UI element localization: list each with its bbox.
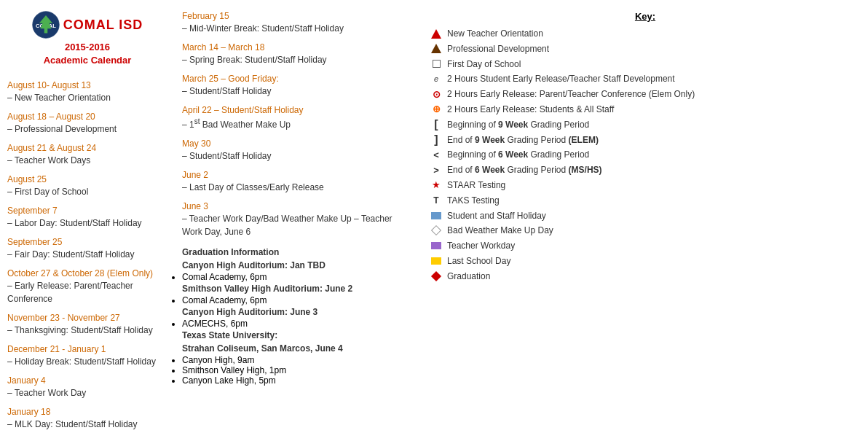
- key-item-6week-end: > End of 6 Week Grading Period (MS/HS): [430, 164, 861, 176]
- event-oct27: – Early Release: Parent/Teacher Conferen…: [7, 279, 167, 305]
- date-oct27: October 27 & October 28 (Elem Only): [7, 268, 167, 278]
- 9week-start-icon: [: [430, 119, 443, 130]
- logo-c: C: [63, 17, 74, 32]
- 6week-end-icon: >: [430, 164, 443, 176]
- key-item-6week-start: < Beginning of 6 Week Grading Period: [430, 149, 861, 161]
- venue-txstate-sub: Strahan Coliseum, San Marcos, June 4: [182, 342, 408, 355]
- event-jun3: – Teacher Work Day/Bad Weather Make Up –…: [182, 212, 408, 238]
- circle-orange-icon: ⊕: [433, 104, 441, 114]
- date-jun3: June 3: [182, 201, 408, 211]
- key-item-9week-start: [ Beginning of 9 Week Grading Period: [430, 119, 861, 131]
- star-icon: ★: [432, 179, 441, 190]
- key-label-first-day: First Day of School: [447, 58, 521, 71]
- left-column: COMAL COMAL ISD 2015-2016 Academic Calen…: [7, 11, 167, 433]
- mid-event-feb15: February 15 – Mid-Winter Break: Student/…: [182, 11, 408, 35]
- e-icon: e: [434, 74, 438, 83]
- key-label-graduation: Graduation: [447, 270, 490, 283]
- date-sep7: September 7: [7, 206, 167, 216]
- yellow-rect-icon: [431, 257, 441, 265]
- bad-weather-icon: [430, 225, 443, 236]
- left-event-jan18: January 18 – MLK Day: Student/Staff Holi…: [7, 407, 167, 431]
- key-title: Key:: [430, 11, 861, 22]
- list-item: Smithson Valley High, 1pm: [182, 365, 408, 375]
- diamond-icon: [431, 225, 441, 235]
- event-sep25: – Fair Day: Student/Staff Holiday: [7, 248, 167, 261]
- left-event-jan4: January 4 – Teacher Work Day: [7, 375, 167, 399]
- date-mar25: March 25 – Good Friday:: [182, 74, 408, 84]
- venue-smithson-list: Comal Academy, 6pm: [182, 295, 408, 305]
- date-may30: May 30: [182, 139, 408, 149]
- venue-txstate: Texas State University:: [182, 329, 408, 342]
- key-item-taks: T TAKS Testing: [430, 195, 861, 207]
- key-item-staar: ★ STAAR Testing: [430, 179, 861, 192]
- key-item-teacher-workday: Teacher Workday: [430, 240, 861, 252]
- event-feb15: – Mid-Winter Break: Student/Staff Holida…: [182, 22, 408, 35]
- date-jan4: January 4: [7, 375, 167, 386]
- date-mar14: March 14 – March 18: [182, 42, 408, 52]
- t-icon: T: [433, 195, 438, 206]
- last-school-icon: [430, 255, 443, 267]
- mid-event-mar25: March 25 – Good Friday: – Student/Staff …: [182, 74, 408, 98]
- key-label-parent-conf: 2 Hours Early Release: Parent/Teacher Co…: [447, 88, 695, 101]
- event-apr22: – 1st Bad Weather Make Up: [182, 116, 408, 131]
- key-label-student-holiday: Student and Staff Holiday: [447, 210, 546, 222]
- page-container: COMAL COMAL ISD 2015-2016 Academic Calen…: [0, 0, 868, 433]
- graduation-key-icon: [430, 270, 443, 282]
- logo-subtitle: 2015-2016 Academic Calendar: [44, 41, 132, 67]
- square-open-icon: [433, 60, 441, 68]
- key-item-prof-dev: Professional Development: [430, 43, 861, 55]
- key-label-prof-dev: Professional Development: [447, 43, 549, 55]
- key-label-teacher-workday: Teacher Workday: [447, 240, 515, 252]
- new-teacher-icon: [430, 28, 443, 39]
- graduation-title: Graduation Information: [182, 246, 408, 259]
- event-aug18: – Professional Development: [7, 122, 167, 136]
- event-mar14: – Spring Break: Student/Staff Holiday: [182, 53, 408, 66]
- key-item-all-staff: ⊕ 2 Hours Early Release: Students & All …: [430, 104, 861, 116]
- staar-icon: ★: [430, 179, 443, 191]
- taks-icon: T: [430, 195, 443, 206]
- prof-dev-icon: [430, 43, 443, 55]
- date-jun2: June 2: [182, 170, 408, 180]
- left-event-aug21: August 21 & August 24 – Teacher Work Day…: [7, 143, 167, 167]
- key-item-bad-weather: Bad Weather Make Up Day: [430, 225, 861, 237]
- key-label-early-release-e: 2 Hours Student Early Release/Teacher St…: [447, 73, 675, 85]
- date-jan18: January 18: [7, 407, 167, 417]
- event-may30: – Student/Staff Holiday: [182, 149, 408, 163]
- logo-area: COMAL COMAL ISD 2015-2016 Academic Calen…: [7, 11, 167, 67]
- event-jan4: – Teacher Work Day: [7, 386, 167, 399]
- early-release-e-icon: e: [430, 73, 443, 85]
- event-aug25: – First Day of School: [7, 185, 167, 198]
- event-jan18: – MLK Day: Student/Staff Holiday: [7, 418, 167, 431]
- key-item-last-school: Last School Day: [430, 255, 861, 268]
- left-event-sep7: September 7 – Labor Day: Student/Staff H…: [7, 206, 167, 230]
- diamond-red-icon: [431, 271, 441, 281]
- first-day-icon: [430, 58, 443, 70]
- key-label-bad-weather: Bad Weather Make Up Day: [447, 225, 553, 237]
- left-event-aug18: August 18 – August 20 – Professional Dev…: [7, 112, 167, 136]
- date-nov23: November 23 - November 27: [7, 313, 167, 323]
- event-sep7: – Labor Day: Student/Staff Holiday: [7, 216, 167, 230]
- logo-container: COMAL COMAL ISD: [32, 11, 143, 39]
- triangle-red-icon: [431, 29, 441, 39]
- calendar-label: Academic Calendar: [44, 55, 132, 66]
- student-holiday-icon: [430, 210, 443, 222]
- parent-conf-icon: ⊙: [430, 88, 443, 100]
- venue-txstate-list: Canyon High, 9am Smithson Valley High, 1…: [182, 355, 408, 386]
- date-aug21: August 21 & August 24: [7, 143, 167, 153]
- event-mar25: – Student/Staff Holiday: [182, 85, 408, 98]
- date-sep25: September 25: [7, 237, 167, 247]
- key-label-6week-start: Beginning of 6 Week Grading Period: [447, 149, 589, 161]
- key-label-all-staff: 2 Hours Early Release: Students & All St…: [447, 104, 614, 116]
- list-item: Canyon Lake High, 5pm: [182, 375, 408, 386]
- key-label-staar: STAAR Testing: [447, 179, 505, 192]
- date-aug18: August 18 – August 20: [7, 112, 167, 122]
- comal-logo-icon: COMAL: [32, 11, 60, 39]
- teacher-workday-icon: [430, 240, 443, 251]
- list-item: Comal Academy, 6pm: [182, 272, 408, 282]
- left-event-nov23: November 23 - November 27 – Thanksgiving…: [7, 313, 167, 337]
- all-staff-icon: ⊕: [430, 104, 443, 115]
- mid-event-jun2: June 2 – Last Day of Classes/Early Relea…: [182, 170, 408, 194]
- date-dec21: December 21 - January 1: [7, 344, 167, 354]
- year-range: 2015-2016: [65, 42, 110, 52]
- key-item-early-release-e: e 2 Hours Student Early Release/Teacher …: [430, 73, 861, 85]
